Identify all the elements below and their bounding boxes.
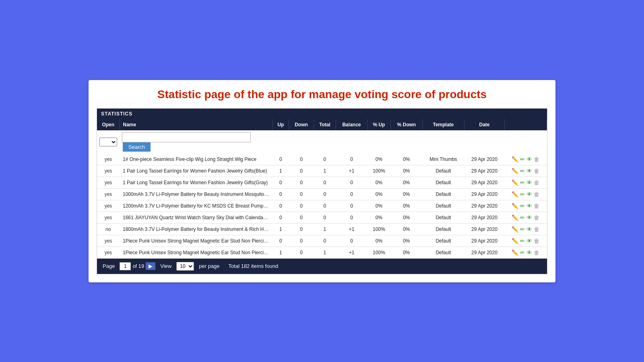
cell-template: Default xyxy=(422,223,464,235)
cell-template: Mini Thumbs xyxy=(422,154,464,165)
cell-open: yes xyxy=(97,177,120,188)
edit-icon[interactable]: ✏ xyxy=(520,226,525,232)
cell-pct-up: 0% xyxy=(367,212,390,223)
cell-date: 29 Apr 2020 xyxy=(464,154,505,165)
per-page-label: per page xyxy=(199,263,219,269)
table-wrapper: Open Name Up Down Total Balance % Up % D… xyxy=(97,119,547,259)
view-icon[interactable]: 👁 xyxy=(526,168,532,174)
col-actions xyxy=(504,119,547,130)
delete-icon[interactable]: 🗑 xyxy=(534,226,539,232)
cell-balance: 0 xyxy=(336,188,367,200)
cell-up: 0 xyxy=(272,235,289,247)
edit-link-icon[interactable]: ✏️ xyxy=(512,156,518,162)
cell-actions: ✏️ ✏ 👁 🗑 xyxy=(504,177,547,188)
view-icon[interactable]: 👁 xyxy=(526,156,532,162)
edit-icon[interactable]: ✏ xyxy=(520,156,525,162)
page-number-input[interactable] xyxy=(120,262,131,270)
edit-link-icon[interactable]: ✏️ xyxy=(512,238,518,244)
cell-template: Default xyxy=(422,200,464,212)
delete-icon[interactable]: 🗑 xyxy=(534,238,539,244)
edit-link-icon[interactable]: ✏️ xyxy=(512,249,518,256)
edit-link-icon[interactable]: ✏️ xyxy=(512,214,518,221)
view-icon[interactable]: 👁 xyxy=(526,203,532,209)
cell-down: 0 xyxy=(289,154,314,165)
delete-icon[interactable]: 🗑 xyxy=(534,249,539,256)
next-page-button[interactable]: ▶ xyxy=(146,262,155,270)
cell-pct-up: 0% xyxy=(367,188,390,200)
cell-down: 0 xyxy=(289,177,314,188)
cell-balance: +1 xyxy=(336,247,367,258)
cell-name: 1200mAh 3.7V Li-Polymer Battery for KC M… xyxy=(120,200,272,212)
delete-icon[interactable]: 🗑 xyxy=(534,179,539,186)
cell-pct-down: 0% xyxy=(391,212,423,223)
cell-total: 1 xyxy=(314,165,336,177)
edit-link-icon[interactable]: ✏️ xyxy=(512,168,518,174)
cell-name: 1 Pair Long Tassel Earrings for Women Fa… xyxy=(120,177,272,188)
edit-icon[interactable]: ✏ xyxy=(520,179,525,186)
footer-bar: Page of 19 ▶ View 10 25 50 per page Tota… xyxy=(97,259,547,274)
view-icon[interactable]: 👁 xyxy=(526,191,532,197)
cell-up: 0 xyxy=(272,177,289,188)
cell-template: Default xyxy=(422,247,464,258)
cell-date: 29 Apr 2020 xyxy=(464,247,505,258)
per-page-select[interactable]: 10 25 50 xyxy=(176,262,194,271)
cell-pct-up: 0% xyxy=(367,200,390,212)
delete-icon[interactable]: 🗑 xyxy=(534,203,539,209)
delete-icon[interactable]: 🗑 xyxy=(534,191,539,197)
search-row: yes no Search xyxy=(97,130,547,154)
cell-up: 0 xyxy=(272,212,289,223)
edit-link-icon[interactable]: ✏️ xyxy=(512,226,518,232)
edit-icon[interactable]: ✏ xyxy=(520,238,525,244)
cell-balance: +1 xyxy=(336,165,367,177)
cell-pct-down: 0% xyxy=(391,223,423,235)
view-icon[interactable]: 👁 xyxy=(526,238,532,244)
main-container: Statistic page of the app for manage vot… xyxy=(89,80,555,282)
search-down-cell xyxy=(289,130,314,154)
view-icon[interactable]: 👁 xyxy=(526,226,532,232)
col-open: Open xyxy=(97,119,120,130)
cell-balance: 0 xyxy=(336,200,367,212)
cell-date: 29 Apr 2020 xyxy=(464,200,505,212)
table-row: yes 1200mAh 3.7V Li-Polymer Battery for … xyxy=(97,200,547,212)
cell-pct-down: 0% xyxy=(391,165,423,177)
table-row: yes 1000mAh 3.7V Li-Polymer Battery for … xyxy=(97,188,547,200)
edit-icon[interactable]: ✏ xyxy=(520,203,525,209)
search-pctdown-cell xyxy=(391,130,423,154)
open-filter-select[interactable]: yes no xyxy=(99,138,117,146)
cell-down: 0 xyxy=(289,200,314,212)
search-button[interactable]: Search xyxy=(123,142,151,152)
cell-down: 0 xyxy=(289,223,314,235)
edit-link-icon[interactable]: ✏️ xyxy=(512,179,518,186)
cell-pct-up: 0% xyxy=(367,177,390,188)
view-label: View xyxy=(160,263,171,269)
search-actions-cell xyxy=(504,130,547,154)
cell-date: 29 Apr 2020 xyxy=(464,235,505,247)
search-template-cell xyxy=(422,130,464,154)
delete-icon[interactable]: 🗑 xyxy=(534,156,539,162)
cell-date: 29 Apr 2020 xyxy=(464,188,505,200)
delete-icon[interactable]: 🗑 xyxy=(534,168,539,174)
cell-down: 0 xyxy=(289,247,314,258)
edit-link-icon[interactable]: ✏️ xyxy=(512,203,518,209)
edit-icon[interactable]: ✏ xyxy=(520,214,525,221)
delete-icon[interactable]: 🗑 xyxy=(534,214,539,221)
view-icon[interactable]: 👁 xyxy=(526,214,532,221)
view-icon[interactable]: 👁 xyxy=(526,249,532,256)
cell-actions: ✏️ ✏ 👁 🗑 xyxy=(504,212,547,223)
page-input-group: of 19 ▶ xyxy=(120,262,155,270)
edit-icon[interactable]: ✏ xyxy=(520,249,525,256)
cell-up: 0 xyxy=(272,188,289,200)
edit-link-icon[interactable]: ✏️ xyxy=(512,191,518,197)
edit-icon[interactable]: ✏ xyxy=(520,168,525,174)
search-input[interactable] xyxy=(122,132,251,142)
view-icon[interactable]: 👁 xyxy=(526,179,532,186)
cell-up: 0 xyxy=(272,154,289,165)
table-body: yes 1# One-piece Seamless Five-clip Wig … xyxy=(97,154,547,259)
col-down: Down xyxy=(289,119,314,130)
cell-pct-down: 0% xyxy=(391,235,423,247)
search-open-cell: yes no xyxy=(97,130,120,154)
cell-total: 0 xyxy=(314,235,336,247)
cell-total: 0 xyxy=(314,188,336,200)
cell-down: 0 xyxy=(289,165,314,177)
edit-icon[interactable]: ✏ xyxy=(520,191,525,197)
